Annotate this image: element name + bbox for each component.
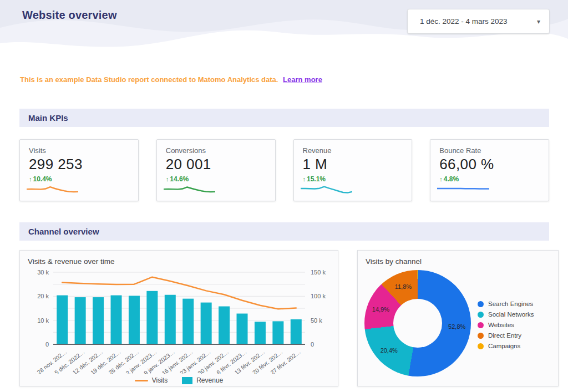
notice-text: This is an example Data Studio report co… (20, 75, 278, 84)
right-axis-tick: 50 k (311, 317, 322, 324)
revenue-bar (201, 303, 212, 344)
sparkline-path (301, 187, 352, 193)
sparkline-path (164, 187, 215, 192)
legend-label: Revenue (196, 376, 223, 384)
charts-row: Visits & revenue over time 010 k20 k30 k… (19, 250, 568, 386)
legend-dot-icon (478, 301, 484, 307)
kpi-sparkline (164, 181, 215, 196)
revenue-bar (219, 307, 230, 344)
revenue-bar (255, 322, 266, 344)
kpi-value: 299 253 (29, 156, 129, 173)
donut-slice-label: 52,8% (448, 323, 465, 330)
legend-label: Visits (152, 376, 168, 384)
donut-slice-label: 20,4% (381, 347, 398, 354)
right-axis-tick: 0 (311, 341, 314, 348)
combo-chart-legend: VisitsRevenue (28, 376, 330, 384)
visits-revenue-chart[interactable]: 010 k20 k30 k050 k100 k150 kDu 28 nov. 2… (28, 267, 330, 374)
kpi-card-visits: Visits299 253↑10.4% (19, 139, 139, 201)
revenue-bar (237, 314, 248, 344)
revenue-bar (75, 297, 86, 344)
donut-legend-label: Social Networks (488, 311, 534, 318)
kpi-sparkline (301, 181, 352, 196)
section-title-main-kpis: Main KPIs (28, 113, 68, 123)
date-range-picker[interactable]: 1 déc. 2022 - 4 mars 2023 ▾ (407, 9, 550, 34)
revenue-bar (129, 296, 140, 344)
combo-chart-card: Visits & revenue over time 010 k20 k30 k… (19, 250, 338, 386)
report-page: Website overview 1 déc. 2022 - 4 mars 20… (0, 0, 568, 386)
donut-legend-item-websites: Websites (478, 322, 534, 328)
kpi-card-bounce-rate: Bounce Rate66,00 %↑4.8% (430, 139, 549, 201)
donut-legend-item-social-networks: Social Networks (478, 311, 534, 318)
donut-chart-card: Visits by channel 52,8%20,4%14,9%11,8% S… (357, 250, 559, 386)
legend-item-revenue: Revenue (182, 376, 223, 384)
notice-banner: This is an example Data Studio report co… (20, 75, 568, 84)
kpi-sparkline (437, 181, 489, 196)
revenue-bar (93, 297, 104, 344)
donut-hole (393, 299, 442, 348)
revenue-bar (57, 296, 68, 344)
sparkline-path (27, 187, 78, 192)
kpi-label: Visits (29, 146, 129, 155)
dropdown-caret-icon: ▾ (537, 18, 540, 26)
page-title: Website overview (22, 9, 117, 22)
legend-dot-icon (478, 312, 484, 318)
legend-item-visits: Visits (135, 376, 168, 384)
revenue-bar (182, 299, 194, 344)
visits-by-channel-donut[interactable]: 52,8%20,4%14,9%11,8% (364, 270, 471, 376)
kpi-card-conversions: Conversions20 001↑14.6% (156, 139, 276, 201)
kpi-card-revenue: Revenue1 M↑15.1% (293, 139, 413, 201)
legend-dot-icon (478, 343, 484, 349)
kpi-label: Revenue (303, 146, 403, 155)
donut-legend-label: Websites (488, 322, 514, 328)
left-axis-tick: 30 k (37, 269, 49, 276)
legend-dot-icon (478, 322, 484, 328)
donut-legend: Search EnginesSocial NetworksWebsitesDir… (478, 301, 534, 353)
left-axis-tick: 0 (45, 341, 49, 348)
report-header: Website overview 1 déc. 2022 - 4 mars 20… (0, 0, 568, 53)
revenue-bar (165, 295, 176, 344)
section-title-channel-overview: Channel overview (28, 227, 99, 236)
sparkline-path (437, 189, 489, 189)
section-header-channel-overview: Channel overview (19, 222, 549, 241)
donut-slice-label: 14,9% (372, 306, 389, 313)
legend-dot-icon (478, 333, 484, 339)
learn-more-link[interactable]: Learn more (283, 75, 322, 84)
revenue-bar (111, 296, 122, 344)
line-swatch-icon (135, 380, 148, 381)
kpi-sparkline (27, 181, 78, 196)
revenue-bar (272, 321, 283, 344)
donut-legend-label: Search Engines (488, 301, 533, 307)
kpi-value: 20 001 (166, 156, 266, 173)
donut-slice-label: 11,8% (395, 283, 412, 290)
kpi-cards-row: Visits299 253↑10.4%Conversions20 001↑14.… (19, 139, 549, 201)
date-range-value: 1 déc. 2022 - 4 mars 2023 (420, 17, 508, 26)
donut-legend-item-search-engines: Search Engines (478, 301, 534, 307)
kpi-label: Conversions (166, 146, 266, 155)
left-axis-tick: 10 k (37, 317, 49, 324)
combo-chart-title: Visits & revenue over time (28, 257, 330, 266)
bar-swatch-icon (182, 377, 192, 384)
right-axis-tick: 150 k (311, 269, 326, 276)
section-header-main-kpis: Main KPIs (19, 109, 549, 127)
left-axis-tick: 20 k (37, 293, 49, 299)
revenue-bar (146, 291, 158, 344)
donut-legend-item-campaigns: Campaigns (478, 343, 534, 349)
right-axis-tick: 100 k (311, 293, 326, 299)
revenue-bar (291, 319, 302, 344)
donut-chart-title: Visits by channel (366, 257, 550, 266)
kpi-value: 66,00 % (439, 156, 540, 173)
donut-legend-label: Direct Entry (488, 332, 521, 339)
donut-legend-item-direct-entry: Direct Entry (478, 332, 534, 339)
kpi-label: Bounce Rate (439, 146, 540, 155)
donut-legend-label: Campaigns (488, 343, 520, 349)
kpi-value: 1 M (303, 156, 403, 173)
